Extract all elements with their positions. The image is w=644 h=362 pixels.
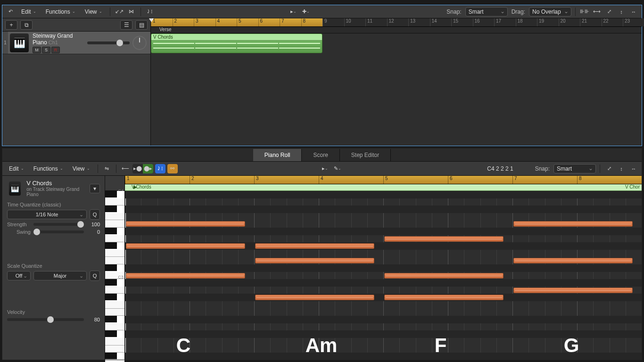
midi-note[interactable] <box>255 243 374 249</box>
swing-slider[interactable] <box>33 230 84 233</box>
menu-view[interactable]: View⌄ <box>81 7 106 17</box>
editor-menu-functions[interactable]: Functions⌄ <box>30 164 67 174</box>
flex-icon[interactable]: ⋈ <box>126 7 137 16</box>
marker-verse[interactable]: Verse <box>157 27 173 33</box>
scale-type-select[interactable]: Major <box>33 271 87 280</box>
piano-keyboard[interactable]: C4 C3 <box>105 176 125 360</box>
midi-note[interactable] <box>384 295 504 300</box>
track-header-controls: + ⧉ ☰ ▤ <box>2 18 150 32</box>
editor-region-strip[interactable]: ▶ V Chords V Chor <box>125 184 642 191</box>
editor-region-label-right: V Chor <box>623 184 642 189</box>
bar-ruler[interactable]: 1234567891011121314151617181920212223 <box>151 18 642 27</box>
midi-out-icon[interactable]: ⬤▸ <box>143 164 153 173</box>
time-quantize-select[interactable]: 1/16 Note <box>7 210 87 219</box>
midi-note[interactable] <box>513 258 633 263</box>
strength-slider[interactable] <box>33 223 84 226</box>
mute-button[interactable]: M <box>33 47 41 53</box>
chord-label: G <box>564 334 579 357</box>
midi-note[interactable] <box>255 295 374 300</box>
editor-snap-label: Snap: <box>535 165 550 172</box>
chord-label: C <box>176 334 190 357</box>
midi-note[interactable] <box>513 288 633 293</box>
midi-region[interactable]: V Chords <box>151 33 322 53</box>
inspector-panel: 🎹 V Chords on Track Steinway Grand Piano… <box>2 176 105 360</box>
editor-snap-select[interactable]: Smart <box>553 164 596 173</box>
scale-quantize-button[interactable]: Q <box>90 271 100 281</box>
midi-note[interactable] <box>513 221 633 227</box>
zoom-h-slider-icon[interactable]: ↔ <box>628 7 639 16</box>
global-tracks-button[interactable]: ☰ <box>120 20 132 30</box>
track-channel: Ch1 <box>49 40 58 45</box>
drag-label: Drag: <box>512 8 525 15</box>
velocity-slider[interactable] <box>7 318 84 321</box>
midi-in-group: ▸⬤ ⬤▸ <box>132 164 153 173</box>
track-row[interactable]: 1 🎹 Steinway Grand Piano Ch1 M S R <box>2 32 150 54</box>
volume-slider[interactable] <box>87 41 130 44</box>
tab-score[interactable]: Score <box>302 149 339 161</box>
automation-icon[interactable]: ↙↗ <box>114 7 124 16</box>
editor-menu-view[interactable]: View⌄ <box>69 164 94 174</box>
midi-note[interactable] <box>126 243 245 249</box>
midi-note[interactable] <box>384 273 504 279</box>
pointer-tool-icon[interactable]: ▸⌄ <box>289 7 299 16</box>
snap-label: Snap: <box>446 8 461 15</box>
editor-zoom-v-icon[interactable]: ↕ <box>616 164 627 173</box>
scale-root-select[interactable]: Off <box>7 271 31 280</box>
vzoom-icon[interactable]: ⟷ <box>592 7 602 16</box>
duplicate-track-button[interactable]: ⧉ <box>20 20 33 30</box>
editor-pencil-tool-icon[interactable]: ✎⌄ <box>332 164 343 173</box>
add-track-button[interactable]: + <box>5 20 17 30</box>
editor-menu-edit[interactable]: Edit⌄ <box>5 164 28 174</box>
link-icon[interactable]: ⚯ <box>167 164 178 173</box>
marquee-tool-icon[interactable]: ✚⌄ <box>301 7 311 16</box>
c3-label: C3 <box>118 275 124 280</box>
catch-playhead-icon[interactable]: ⤸⫶ <box>155 164 165 173</box>
editor-toolbar: Edit⌄ Functions⌄ View⌄ ⇋ ⟵ ▸⬤ ⬤▸ ⤸⫶ ⚯ ▸⌄… <box>2 162 642 176</box>
zoom-v-slider-icon[interactable]: ↕ <box>616 7 627 16</box>
chord-label: F <box>435 334 447 357</box>
editor-region-label-left: ▶ V Chords <box>130 184 153 189</box>
velocity-label: Velocity <box>7 309 100 315</box>
insp-toggle-button[interactable]: ▾ <box>90 184 100 193</box>
track-number: 1 <box>2 32 8 54</box>
collapse-icon[interactable]: ⇋ <box>102 164 112 173</box>
arrange-toolbar: ↶ Edit⌄ Functions⌄ View⌄ ↙↗ ⋈ ⤸⫶ ▸⌄ ✚⌄ S… <box>2 5 642 18</box>
swing-label: Swing <box>7 229 31 235</box>
marker-track[interactable]: Verse <box>151 27 642 33</box>
piano-roll-grid[interactable]: 123456789 ▶ V Chords V Chor CAmFG <box>125 176 642 360</box>
snap-select[interactable]: Smart <box>465 7 508 16</box>
drag-select[interactable]: No Overlap <box>529 7 571 16</box>
track-filter-button[interactable]: ▤ <box>135 20 148 30</box>
record-button[interactable]: R <box>51 47 60 53</box>
hzoom-icon[interactable]: ⤢ <box>604 7 614 16</box>
tab-piano-roll[interactable]: Piano Roll <box>253 149 302 161</box>
automation-toggle-icon[interactable]: ⟵ <box>120 164 131 173</box>
insp-title: V Chords <box>26 180 82 187</box>
midi-in-icon[interactable]: ▸⬤ <box>132 164 143 173</box>
editor-pointer-tool-icon[interactable]: ▸⌄ <box>320 164 330 173</box>
waveform-zoom-icon[interactable]: ⊪⊪ <box>579 7 590 16</box>
editor-hzoom-icon[interactable]: ⤢ <box>604 164 614 173</box>
solo-button[interactable]: S <box>42 47 50 53</box>
insp-piano-icon: 🎹 <box>9 181 21 196</box>
chord-label: Am <box>305 334 338 357</box>
arrange-timeline[interactable]: 1234567891011121314151617181920212223 Ve… <box>151 18 642 146</box>
region-label: V Chords <box>151 34 322 41</box>
arrange-area: ↶ Edit⌄ Functions⌄ View⌄ ↙↗ ⋈ ⤸⫶ ▸⌄ ✚⌄ S… <box>2 5 642 146</box>
catch-icon[interactable]: ⤸⫶ <box>145 7 155 16</box>
midi-note[interactable] <box>384 236 504 242</box>
editor-zoom-h-icon[interactable]: ↔ <box>628 164 639 173</box>
tab-step-editor[interactable]: Step Editor <box>340 149 391 161</box>
strength-label: Strength <box>7 222 31 227</box>
editor-tabs: Piano Roll Score Step Editor <box>2 148 642 162</box>
piano-icon: 🎹 <box>10 33 29 52</box>
menu-functions[interactable]: Functions⌄ <box>42 7 79 17</box>
pan-knob[interactable] <box>132 36 147 50</box>
midi-note[interactable] <box>126 221 245 227</box>
back-icon[interactable]: ↶ <box>5 7 16 16</box>
midi-note[interactable] <box>126 273 245 279</box>
editor-bar-ruler[interactable]: 123456789 <box>125 176 642 184</box>
quantize-button[interactable]: Q <box>90 209 100 220</box>
midi-note[interactable] <box>255 258 374 263</box>
menu-edit[interactable]: Edit⌄ <box>17 7 40 17</box>
